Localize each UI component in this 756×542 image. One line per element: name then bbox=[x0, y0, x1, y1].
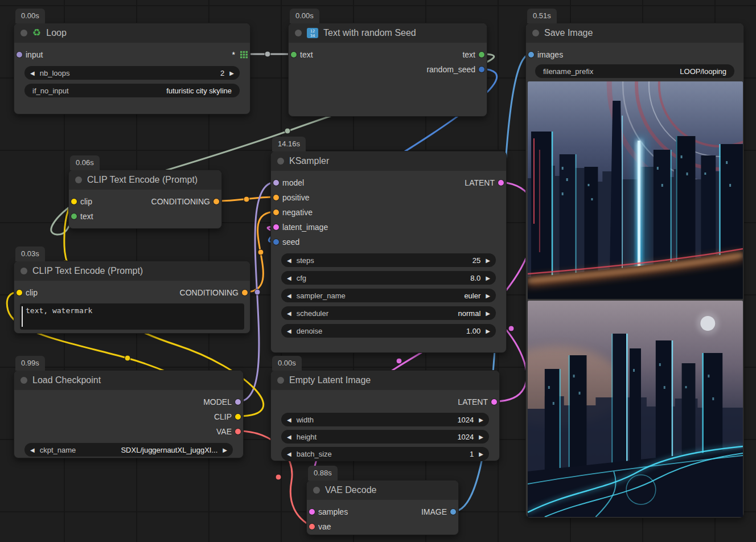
increment-arrow-icon[interactable] bbox=[479, 417, 483, 423]
collapse-dot[interactable] bbox=[532, 30, 539, 36]
prev-option-arrow-icon[interactable] bbox=[287, 293, 291, 299]
node-save-image[interactable]: 0.51s Save Image images filename_prefix … bbox=[525, 23, 744, 518]
graph-canvas[interactable]: 0.00s ♻ Loop input * nb_l bbox=[0, 0, 756, 542]
node-vae-decode[interactable]: 0.88s VAE Decode samples IMAGE vae bbox=[306, 480, 459, 535]
node-title-bar[interactable]: CLIP Text Encode (Prompt) bbox=[69, 170, 221, 190]
node-load-checkpoint[interactable]: 0.99s Load Checkpoint MODEL CLIP VAE ckp… bbox=[14, 370, 244, 458]
collapse-dot[interactable] bbox=[313, 487, 320, 494]
node-title-bar[interactable]: ♻ Loop bbox=[14, 23, 250, 43]
slot-row: clip CONDITIONING bbox=[69, 194, 221, 209]
widget-nb-loops[interactable]: nb_loops 2 bbox=[24, 66, 240, 80]
node-title-bar[interactable]: Empty Latent Image bbox=[271, 371, 499, 390]
output-slot-clip[interactable] bbox=[235, 414, 241, 420]
wire-midpoint-dot bbox=[258, 249, 264, 255]
collapse-dot[interactable] bbox=[277, 377, 284, 384]
wire-midpoint-dot bbox=[276, 474, 281, 480]
output-slot-latent[interactable] bbox=[498, 180, 504, 186]
decrement-arrow-icon[interactable] bbox=[30, 70, 35, 76]
input-slot-text[interactable] bbox=[71, 213, 77, 219]
widget-if-no-input[interactable]: if_no_input futuristic city skyline bbox=[24, 84, 240, 97]
prev-option-arrow-icon[interactable] bbox=[287, 310, 291, 317]
decrement-arrow-icon[interactable] bbox=[287, 275, 291, 281]
node-text-with-random-seed[interactable]: 0.00s 12 34 Text with random Seed text t… bbox=[288, 23, 487, 117]
widget-batch-size[interactable]: batch_size 1 bbox=[281, 447, 489, 461]
widget-width[interactable]: width 1024 bbox=[281, 413, 489, 426]
slot-label: IMAGE bbox=[421, 507, 447, 516]
widget-label: if_no_input bbox=[32, 87, 69, 95]
output-slot-image[interactable] bbox=[450, 509, 456, 515]
node-empty-latent-image[interactable]: 0.00s Empty Latent Image LATENT width 10… bbox=[270, 370, 500, 461]
node-clip-text-encode-negative[interactable]: 0.03s CLIP Text Encode (Prompt) clip CON… bbox=[14, 261, 250, 334]
collapse-dot[interactable] bbox=[75, 176, 82, 183]
prompt-text: text, watermark bbox=[26, 306, 92, 315]
execution-time-badge: 0.06s bbox=[70, 155, 100, 170]
input-slot-seed[interactable] bbox=[273, 239, 279, 245]
widget-label: nb_loops bbox=[40, 69, 70, 77]
collapse-dot[interactable] bbox=[20, 30, 27, 36]
increment-arrow-icon[interactable] bbox=[479, 434, 483, 440]
widget-scheduler[interactable]: scheduler normal bbox=[281, 306, 496, 320]
decrement-arrow-icon[interactable] bbox=[287, 257, 291, 264]
collapse-dot[interactable] bbox=[20, 268, 27, 274]
input-slot-positive[interactable] bbox=[273, 195, 279, 200]
slot-label: CONDITIONING bbox=[151, 197, 210, 206]
wire-midpoint-dot bbox=[254, 289, 260, 295]
prompt-textarea[interactable]: text, watermark bbox=[20, 303, 244, 330]
node-title-bar[interactable]: CLIP Text Encode (Prompt) bbox=[14, 261, 250, 281]
next-option-arrow-icon[interactable] bbox=[486, 310, 490, 317]
decrement-arrow-icon[interactable] bbox=[287, 417, 291, 423]
node-loop[interactable]: 0.00s ♻ Loop input * nb_l bbox=[14, 23, 250, 114]
execution-time-badge: 14.16s bbox=[272, 137, 306, 151]
input-slot-text[interactable] bbox=[291, 52, 297, 58]
increment-arrow-icon[interactable] bbox=[486, 257, 490, 264]
node-title-bar[interactable]: Save Image bbox=[526, 23, 743, 43]
node-title-bar[interactable]: Load Checkpoint bbox=[14, 371, 243, 390]
prev-option-arrow-icon[interactable] bbox=[30, 447, 35, 453]
input-slot-images[interactable] bbox=[528, 52, 534, 58]
input-slot-clip[interactable] bbox=[71, 199, 77, 204]
widget-label: sampler_name bbox=[297, 291, 346, 300]
input-slot-samples[interactable] bbox=[309, 509, 315, 515]
collapse-dot[interactable] bbox=[277, 158, 284, 165]
decrement-arrow-icon[interactable] bbox=[287, 451, 291, 457]
node-title: VAE Decode bbox=[325, 485, 376, 495]
collapse-dot[interactable] bbox=[295, 30, 302, 36]
input-slot-model[interactable] bbox=[273, 180, 279, 186]
widget-ckpt-name[interactable]: ckpt_name SDXL/juggernautXL_juggXI... bbox=[24, 443, 233, 457]
node-title-bar[interactable]: 12 34 Text with random Seed bbox=[289, 23, 487, 43]
node-ksampler[interactable]: 14.16s KSampler model LATENT positive ne… bbox=[270, 151, 507, 353]
input-slot-input[interactable] bbox=[17, 52, 22, 58]
widget-denoise[interactable]: denoise 1.00 bbox=[281, 324, 496, 338]
input-slot-latent-image[interactable] bbox=[273, 224, 279, 230]
decrement-arrow-icon[interactable] bbox=[287, 434, 291, 440]
next-option-arrow-icon[interactable] bbox=[486, 293, 490, 299]
output-slot-model[interactable] bbox=[235, 399, 241, 405]
input-slot-vae[interactable] bbox=[309, 524, 315, 529]
grid-output-icon[interactable] bbox=[240, 51, 248, 59]
increment-arrow-icon[interactable] bbox=[486, 275, 490, 281]
output-slot-latent[interactable] bbox=[491, 399, 497, 405]
widget-filename-prefix[interactable]: filename_prefix LOOP/looping bbox=[535, 64, 734, 78]
output-slot-conditioning[interactable] bbox=[242, 290, 248, 295]
node-clip-text-encode-positive[interactable]: 0.06s CLIP Text Encode (Prompt) clip CON… bbox=[68, 170, 222, 229]
widget-sampler-name[interactable]: sampler_name euler bbox=[281, 289, 496, 302]
input-slot-negative[interactable] bbox=[273, 210, 279, 215]
widget-steps[interactable]: steps 25 bbox=[281, 253, 496, 267]
node-title-bar[interactable]: VAE Decode bbox=[307, 481, 458, 500]
output-slot-conditioning[interactable] bbox=[213, 199, 219, 204]
increment-arrow-icon[interactable] bbox=[479, 451, 483, 457]
decrement-arrow-icon[interactable] bbox=[287, 328, 291, 334]
input-slot-clip[interactable] bbox=[17, 290, 22, 295]
next-option-arrow-icon[interactable] bbox=[223, 447, 227, 453]
increment-arrow-icon[interactable] bbox=[486, 328, 490, 334]
collapse-dot[interactable] bbox=[20, 377, 27, 384]
slot-label: LATENT bbox=[458, 397, 488, 406]
increment-arrow-icon[interactable] bbox=[229, 70, 234, 76]
node-title-bar[interactable]: KSampler bbox=[271, 151, 506, 171]
output-slot-text[interactable] bbox=[479, 52, 484, 58]
widget-height[interactable]: height 1024 bbox=[281, 430, 489, 444]
node-title: Load Checkpoint bbox=[32, 375, 101, 385]
output-slot-vae[interactable] bbox=[235, 429, 241, 434]
widget-cfg[interactable]: cfg 8.0 bbox=[281, 271, 496, 285]
output-slot-random-seed[interactable] bbox=[479, 67, 484, 72]
